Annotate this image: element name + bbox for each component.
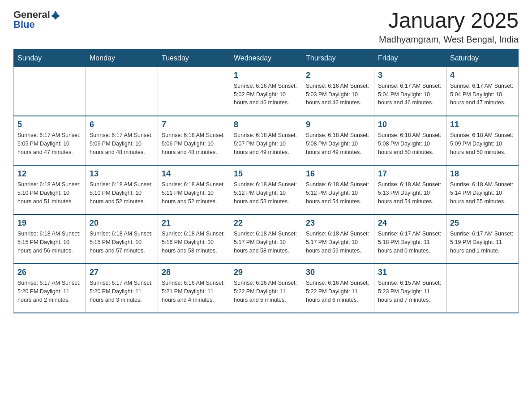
column-header-saturday: Saturday <box>446 49 519 67</box>
subtitle: Madhyamgram, West Bengal, India <box>379 34 519 45</box>
column-header-thursday: Thursday <box>302 49 374 67</box>
day-number: 2 <box>306 71 370 80</box>
day-number: 30 <box>306 268 370 277</box>
calendar-cell: 8Sunrise: 6:18 AM Sunset: 5:07 PM Daylig… <box>230 116 302 165</box>
calendar-cell: 4Sunrise: 6:17 AM Sunset: 5:04 PM Daylig… <box>446 67 519 116</box>
calendar-cell: 24Sunrise: 6:17 AM Sunset: 5:18 PM Dayli… <box>374 214 446 264</box>
day-info: Sunrise: 6:18 AM Sunset: 5:17 PM Dayligh… <box>306 230 370 255</box>
calendar-cell: 17Sunrise: 6:18 AM Sunset: 5:13 PM Dayli… <box>374 165 446 214</box>
calendar-week-row: 5Sunrise: 6:17 AM Sunset: 5:05 PM Daylig… <box>14 116 519 165</box>
day-info: Sunrise: 6:17 AM Sunset: 5:19 PM Dayligh… <box>450 230 515 255</box>
day-number: 26 <box>17 268 82 277</box>
calendar-cell: 15Sunrise: 6:18 AM Sunset: 5:12 PM Dayli… <box>230 165 302 214</box>
day-number: 27 <box>90 268 154 277</box>
day-number: 3 <box>378 71 442 80</box>
day-number: 20 <box>90 218 154 228</box>
column-header-tuesday: Tuesday <box>158 49 230 67</box>
day-number: 4 <box>450 71 515 80</box>
calendar-cell: 18Sunrise: 6:18 AM Sunset: 5:14 PM Dayli… <box>446 165 519 214</box>
day-info: Sunrise: 6:17 AM Sunset: 5:06 PM Dayligh… <box>90 131 154 156</box>
column-header-sunday: Sunday <box>14 49 86 67</box>
day-info: Sunrise: 6:17 AM Sunset: 5:20 PM Dayligh… <box>17 279 82 304</box>
day-info: Sunrise: 6:18 AM Sunset: 5:15 PM Dayligh… <box>17 230 82 255</box>
day-number: 16 <box>306 169 370 179</box>
day-info: Sunrise: 6:18 AM Sunset: 5:17 PM Dayligh… <box>234 230 298 255</box>
day-info: Sunrise: 6:18 AM Sunset: 5:14 PM Dayligh… <box>450 180 515 206</box>
calendar-cell: 28Sunrise: 6:16 AM Sunset: 5:21 PM Dayli… <box>158 264 230 313</box>
calendar-cell: 2Sunrise: 6:16 AM Sunset: 5:03 PM Daylig… <box>302 67 374 116</box>
calendar-cell <box>14 67 86 116</box>
calendar-cell: 22Sunrise: 6:18 AM Sunset: 5:17 PM Dayli… <box>230 214 302 264</box>
calendar-cell: 16Sunrise: 6:18 AM Sunset: 5:12 PM Dayli… <box>302 165 374 214</box>
day-info: Sunrise: 6:17 AM Sunset: 5:04 PM Dayligh… <box>450 82 515 107</box>
logo-blue-text: Blue <box>13 19 35 30</box>
day-info: Sunrise: 6:18 AM Sunset: 5:06 PM Dayligh… <box>162 131 226 156</box>
calendar-cell: 21Sunrise: 6:18 AM Sunset: 5:16 PM Dayli… <box>158 214 230 264</box>
day-info: Sunrise: 6:16 AM Sunset: 5:22 PM Dayligh… <box>234 279 298 304</box>
calendar-cell <box>86 67 158 116</box>
column-header-wednesday: Wednesday <box>230 49 302 67</box>
calendar-cell: 9Sunrise: 6:18 AM Sunset: 5:08 PM Daylig… <box>302 116 374 165</box>
day-number: 17 <box>378 169 442 179</box>
day-number: 7 <box>162 120 226 129</box>
calendar-week-row: 1Sunrise: 6:16 AM Sunset: 5:02 PM Daylig… <box>14 67 519 116</box>
calendar-cell: 13Sunrise: 6:18 AM Sunset: 5:10 PM Dayli… <box>86 165 158 214</box>
calendar-cell: 11Sunrise: 6:18 AM Sunset: 5:09 PM Dayli… <box>446 116 519 165</box>
calendar-cell: 6Sunrise: 6:17 AM Sunset: 5:06 PM Daylig… <box>86 116 158 165</box>
calendar-week-row: 19Sunrise: 6:18 AM Sunset: 5:15 PM Dayli… <box>14 214 519 264</box>
calendar-cell: 7Sunrise: 6:18 AM Sunset: 5:06 PM Daylig… <box>158 116 230 165</box>
day-number: 6 <box>90 120 154 129</box>
calendar-cell: 5Sunrise: 6:17 AM Sunset: 5:05 PM Daylig… <box>14 116 86 165</box>
day-number: 22 <box>234 218 298 228</box>
day-info: Sunrise: 6:18 AM Sunset: 5:08 PM Dayligh… <box>378 131 442 156</box>
day-info: Sunrise: 6:18 AM Sunset: 5:10 PM Dayligh… <box>90 180 154 206</box>
day-number: 15 <box>234 169 298 179</box>
day-number: 14 <box>162 169 226 179</box>
day-number: 9 <box>306 120 370 129</box>
day-number: 1 <box>234 71 298 80</box>
day-info: Sunrise: 6:18 AM Sunset: 5:12 PM Dayligh… <box>234 180 298 206</box>
day-info: Sunrise: 6:18 AM Sunset: 5:09 PM Dayligh… <box>450 131 515 156</box>
day-number: 18 <box>450 169 515 179</box>
column-header-monday: Monday <box>86 49 158 67</box>
calendar-cell: 23Sunrise: 6:18 AM Sunset: 5:17 PM Dayli… <box>302 214 374 264</box>
day-number: 12 <box>17 169 82 179</box>
day-number: 25 <box>450 218 515 228</box>
calendar-cell: 26Sunrise: 6:17 AM Sunset: 5:20 PM Dayli… <box>14 264 86 313</box>
calendar-cell: 25Sunrise: 6:17 AM Sunset: 5:19 PM Dayli… <box>446 214 519 264</box>
day-number: 13 <box>90 169 154 179</box>
day-info: Sunrise: 6:18 AM Sunset: 5:08 PM Dayligh… <box>306 131 370 156</box>
day-info: Sunrise: 6:18 AM Sunset: 5:16 PM Dayligh… <box>162 230 226 255</box>
day-number: 24 <box>378 218 442 228</box>
calendar-cell <box>446 264 519 313</box>
day-number: 31 <box>378 268 442 277</box>
day-info: Sunrise: 6:18 AM Sunset: 5:13 PM Dayligh… <box>378 180 442 206</box>
calendar-cell: 29Sunrise: 6:16 AM Sunset: 5:22 PM Dayli… <box>230 264 302 313</box>
calendar-cell: 14Sunrise: 6:18 AM Sunset: 5:11 PM Dayli… <box>158 165 230 214</box>
calendar-cell: 12Sunrise: 6:18 AM Sunset: 5:10 PM Dayli… <box>14 165 86 214</box>
day-info: Sunrise: 6:15 AM Sunset: 5:23 PM Dayligh… <box>378 279 442 304</box>
calendar-cell: 1Sunrise: 6:16 AM Sunset: 5:02 PM Daylig… <box>230 67 302 116</box>
logo: General Blue <box>13 9 60 30</box>
header: General Blue January 2025 Madhyamgram, W… <box>13 9 519 45</box>
day-info: Sunrise: 6:17 AM Sunset: 5:18 PM Dayligh… <box>378 230 442 255</box>
calendar-cell: 10Sunrise: 6:18 AM Sunset: 5:08 PM Dayli… <box>374 116 446 165</box>
day-info: Sunrise: 6:18 AM Sunset: 5:10 PM Dayligh… <box>17 180 82 206</box>
calendar-cell <box>158 67 230 116</box>
day-info: Sunrise: 6:16 AM Sunset: 5:21 PM Dayligh… <box>162 279 226 304</box>
day-info: Sunrise: 6:17 AM Sunset: 5:04 PM Dayligh… <box>378 82 442 107</box>
day-info: Sunrise: 6:18 AM Sunset: 5:11 PM Dayligh… <box>162 180 226 206</box>
day-number: 10 <box>378 120 442 129</box>
page-title: January 2025 <box>379 9 519 33</box>
calendar-header-row: SundayMondayTuesdayWednesdayThursdayFrid… <box>14 49 519 67</box>
column-header-friday: Friday <box>374 49 446 67</box>
calendar-week-row: 12Sunrise: 6:18 AM Sunset: 5:10 PM Dayli… <box>14 165 519 214</box>
title-area: January 2025 Madhyamgram, West Bengal, I… <box>379 9 519 45</box>
calendar-cell: 27Sunrise: 6:17 AM Sunset: 5:20 PM Dayli… <box>86 264 158 313</box>
day-info: Sunrise: 6:16 AM Sunset: 5:02 PM Dayligh… <box>234 82 298 107</box>
calendar-cell: 30Sunrise: 6:16 AM Sunset: 5:22 PM Dayli… <box>302 264 374 313</box>
calendar-cell: 31Sunrise: 6:15 AM Sunset: 5:23 PM Dayli… <box>374 264 446 313</box>
calendar-cell: 20Sunrise: 6:18 AM Sunset: 5:15 PM Dayli… <box>86 214 158 264</box>
day-info: Sunrise: 6:18 AM Sunset: 5:12 PM Dayligh… <box>306 180 370 206</box>
day-info: Sunrise: 6:18 AM Sunset: 5:07 PM Dayligh… <box>234 131 298 156</box>
